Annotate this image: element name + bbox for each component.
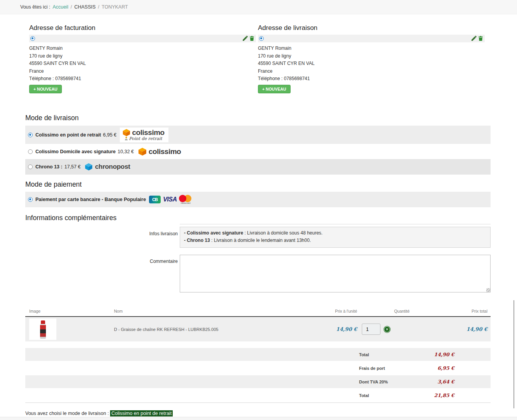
payment-option-card[interactable]: Paiement par carte bancaire - Banque Pop… — [25, 192, 491, 207]
comment-textarea[interactable] — [180, 255, 491, 292]
chronopost-box-icon — [84, 163, 93, 171]
shipping-address-toolbar — [258, 35, 485, 42]
person-pin-icon — [124, 136, 128, 141]
breadcrumb-prefix: Vous êtes ici : — [20, 4, 50, 10]
address-line: France — [29, 68, 256, 75]
addresses-section: Adresse de facturation GENTY Romain 170 … — [25, 24, 491, 104]
delivery-info-row: Infos livraison - Colissimo avec signatu… — [25, 227, 491, 248]
col-header-image: Image — [29, 309, 114, 313]
billing-address-radio[interactable] — [30, 36, 35, 41]
delete-icon[interactable] — [249, 36, 255, 41]
cart-table: Image Nom Prix à l'unité Quantité Prix t… — [25, 307, 491, 403]
breadcrumb: Vous êtes ici : Accueil / CHASSIS / TONY… — [0, 0, 517, 14]
breadcrumb-separator: / — [98, 4, 99, 10]
shipping-address-radio[interactable] — [259, 36, 264, 41]
chronopost-logo: chronopost — [84, 163, 130, 171]
product-image[interactable] — [29, 318, 56, 340]
comment-label: Commentaire — [25, 255, 180, 292]
address-line: 45590 SAINT CYR EN VAL — [29, 60, 256, 68]
delivery-option-chrono13[interactable]: Chrono 13 : 17,57 € chronopost — [25, 159, 491, 175]
product-name: D - Graisse de chaîne RK REFRESH - LUBRK… — [114, 327, 321, 332]
billing-address-toolbar — [29, 35, 256, 42]
delivery-option-label: Colissimo en point de retrait — [35, 132, 101, 138]
shipping-address-lines: GENTY Romain 170 rue de ligny 45590 SAIN… — [258, 45, 485, 83]
info-divider — [180, 224, 491, 227]
shipping-address-title: Adresse de livraison — [258, 24, 485, 32]
address-line: 170 rue de ligny — [258, 52, 485, 60]
delivery-option-point-retrait[interactable]: Colissimo en point de retrait 6,95 € col… — [25, 126, 491, 144]
visa-icon: VISA — [163, 196, 177, 203]
breadcrumb-separator: / — [70, 4, 72, 10]
delete-icon[interactable] — [478, 36, 484, 41]
breadcrumb-link-home[interactable]: Accueil — [53, 4, 68, 10]
colissimo-logo: colissimo — [138, 147, 181, 156]
cart-totals: Total 14,90 € Frais de port 6,95 € Dont … — [25, 348, 491, 403]
delivery-choice-badge: Colissimo en point de retrait — [110, 410, 173, 416]
payment-logos: CB VISA mastercard — [149, 195, 192, 204]
breadcrumb-item-category[interactable]: CHASSIS — [74, 4, 96, 10]
address-line: Téléphone : 0785698741 — [258, 75, 485, 83]
delivery-option-price: 17,57 € — [64, 164, 81, 170]
chronopost-wordmark: chronopost — [95, 163, 130, 171]
total-row: Frais de port 6,95 € — [25, 362, 491, 374]
quantity-cell: ✕ — [357, 324, 447, 335]
scrollbar[interactable] — [513, 300, 514, 408]
col-header-quantity: Quantité — [357, 309, 447, 313]
delivery-option-price: 10,32 € — [117, 149, 134, 154]
point-de-retrait-label: Point de retrait — [129, 136, 162, 141]
delivery-option-label: Colissimo Domicile avec signature — [35, 149, 116, 154]
new-billing-address-button[interactable]: + NOUVEAU — [29, 85, 62, 93]
mastercard-icon: mastercard — [179, 195, 192, 204]
comment-row: Commentaire — [25, 255, 491, 292]
radio-icon[interactable] — [28, 164, 33, 169]
new-shipping-address-button[interactable]: + NOUVEAU — [258, 85, 291, 93]
radio-icon[interactable] — [28, 133, 33, 137]
edit-icon[interactable] — [471, 36, 477, 41]
total-row: Dont TVA 20% 3,64 € — [25, 375, 491, 388]
spray-can-image — [40, 320, 46, 339]
delivery-option-domicile-signature[interactable]: Colissimo Domicile avec signature 10,32 … — [25, 144, 491, 159]
delivery-choice-line: Vous avez choisi le mode de livraison : … — [25, 410, 491, 417]
total-row: Total 21,85 € — [25, 389, 491, 402]
address-line: GENTY Romain — [29, 45, 256, 52]
footer-strip — [0, 417, 517, 420]
cart-item-row: D - Graisse de chaîne RK REFRESH - LUBRK… — [25, 317, 491, 341]
quantity-input[interactable] — [362, 324, 380, 335]
delivery-info-line: - Colissimo avec signature : Livraison à… — [184, 229, 486, 237]
address-line: France — [258, 68, 485, 75]
delivery-info-label: Infos livraison — [25, 227, 180, 248]
address-line: 170 rue de ligny — [29, 52, 256, 60]
edit-icon[interactable] — [243, 36, 248, 41]
address-line: Téléphone : 0785698741 — [29, 75, 256, 83]
address-line: GENTY Romain — [258, 45, 485, 52]
payment-section-title: Mode de paiement — [25, 180, 491, 189]
additional-info-title: Informations complémentaires — [25, 214, 491, 222]
delivery-option-label: Chrono 13 : — [35, 164, 62, 170]
colissimo-box-icon — [122, 128, 131, 137]
breadcrumb-item-current: TONYKART — [102, 4, 128, 10]
shipping-address-block: Adresse de livraison GENTY Romain 170 ru… — [258, 24, 485, 93]
billing-address-title: Adresse de facturation — [29, 24, 256, 32]
remove-item-icon[interactable]: ✕ — [384, 326, 390, 332]
billing-address-block: Adresse de facturation GENTY Romain 170 … — [29, 24, 256, 93]
delivery-option-price: 6,95 € — [103, 132, 117, 138]
total-price: 14,90 € — [447, 326, 487, 332]
colissimo-wordmark: colissimo — [149, 147, 181, 156]
address-line: 45590 SAINT CYR EN VAL — [258, 60, 485, 68]
colissimo-wordmark: colissimo — [132, 128, 165, 137]
delivery-info-box: - Colissimo avec signature : Livraison à… — [180, 227, 491, 248]
col-header-total-price: Prix total — [447, 309, 487, 313]
cb-card-icon: CB — [149, 196, 161, 203]
col-header-unit-price: Prix à l'unité — [321, 309, 357, 313]
total-row: Total 14,90 € — [25, 348, 491, 361]
delivery-section-title: Mode de livraison — [25, 114, 491, 122]
colissimo-point-retrait-logo: colissimo Point de retrait — [120, 128, 168, 142]
payment-option-label: Paiement par carte bancaire - Banque Pop… — [35, 197, 146, 202]
col-header-name: Nom — [114, 309, 321, 313]
radio-icon[interactable] — [28, 197, 33, 202]
colissimo-box-icon — [138, 147, 147, 156]
unit-price: 14,90 € — [321, 326, 357, 332]
cart-header-row: Image Nom Prix à l'unité Quantité Prix t… — [25, 307, 491, 317]
radio-icon[interactable] — [28, 149, 33, 154]
delivery-info-line: - Chrono 13 : Livraison à domicile le le… — [184, 237, 486, 244]
